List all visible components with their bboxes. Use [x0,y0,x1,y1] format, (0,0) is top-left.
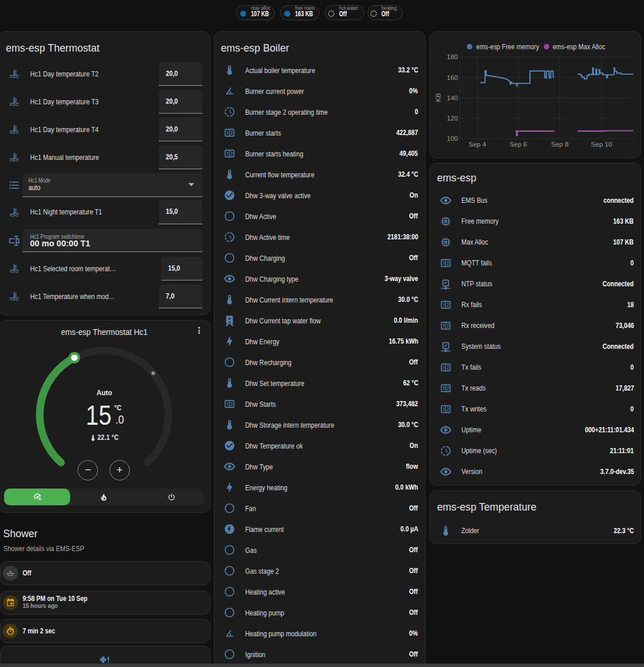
svg-text:180: 180 [447,53,458,60]
svg-text:120: 120 [447,115,458,122]
svg-text:Sep 4: Sep 4 [468,141,486,148]
svg-text:100: 100 [447,135,458,142]
svg-text:ems-esp Max Alloc: ems-esp Max Alloc [553,43,606,50]
svg-text:Sep 8: Sep 8 [551,141,569,148]
svg-text:140: 140 [447,94,458,101]
svg-text:Sep 10: Sep 10 [591,141,612,148]
svg-text:Sep 6: Sep 6 [510,141,527,148]
svg-text:KB: KB [435,93,442,103]
svg-text:ems-esp Free memory: ems-esp Free memory [476,43,540,50]
svg-text:160: 160 [447,74,458,81]
